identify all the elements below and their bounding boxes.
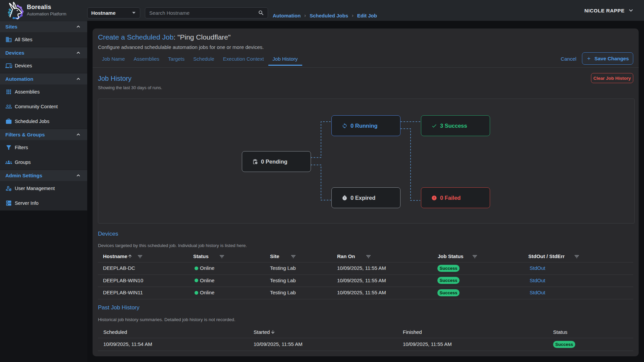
filter-icon-button[interactable] [472, 254, 478, 261]
stdout-link[interactable]: StdOut [530, 275, 545, 287]
search-box [145, 7, 268, 18]
sidebar-section-admin-settings[interactable]: Admin Settings [0, 170, 87, 181]
sidebar-item-community-content[interactable]: Community Content [0, 99, 87, 114]
sidebar-item-server-info[interactable]: Server Info [0, 196, 87, 210]
device-site: Testing Lab [270, 287, 296, 299]
device-hostname: DEEPLAB-DC [103, 262, 135, 275]
sidebar-section-automation[interactable]: Automation [0, 73, 87, 84]
brand: Borealis Automation Platform [27, 4, 66, 16]
table-divider [98, 299, 633, 299]
past-finished: 10/09/2025, 11:55 AM [403, 338, 452, 351]
filter-icon-button[interactable] [137, 254, 143, 261]
tab-execution-context[interactable]: Execution Context [219, 53, 268, 66]
sidebar-item-groups[interactable]: Groups [0, 155, 87, 170]
sidebar-item-assemblies[interactable]: Assemblies [0, 84, 87, 99]
search-icon[interactable] [258, 10, 264, 16]
flow-node-label: 0 Running [351, 123, 378, 129]
breadcrumb-item-edit-job[interactable]: Edit Job [357, 13, 377, 18]
filter-icon-button[interactable] [366, 254, 371, 261]
sidebar-item-all-sites[interactable]: All Sites [0, 32, 87, 47]
sidebar-item-user-management[interactable]: User Management [0, 181, 87, 196]
tab-job-name[interactable]: Job Name [98, 53, 129, 66]
sidebar-item-scheduled-jobs[interactable]: Scheduled Jobs [0, 114, 87, 129]
devices-column-status[interactable]: Status [193, 251, 209, 262]
filter-icon-button[interactable] [219, 254, 225, 261]
device-site: Testing Lab [270, 275, 296, 287]
devices-column-hostname[interactable]: Hostname [103, 251, 127, 262]
select-caret-icon [132, 12, 136, 14]
cancel-button[interactable]: Cancel [557, 55, 580, 62]
tab-targets[interactable]: Targets [164, 53, 189, 66]
sidebar-item-label: Assemblies [15, 89, 40, 95]
search-input[interactable] [145, 10, 258, 16]
sidebar-item-devices[interactable]: Devices [0, 58, 87, 73]
job-status-badge: Success [437, 265, 460, 272]
filter-icon [290, 254, 296, 259]
past-column-scheduled[interactable]: Scheduled [103, 326, 127, 338]
past-column-status[interactable]: Status [553, 326, 568, 338]
stdout-link[interactable]: StdOut [530, 262, 545, 275]
devices-column-site[interactable]: Site [270, 251, 279, 262]
chevron-up [75, 50, 82, 56]
flow-node-pending[interactable]: 0 Pending [242, 151, 311, 172]
devices [5, 62, 12, 69]
save-changes-button[interactable]: Save Changes [582, 52, 633, 65]
server-info-icon [5, 200, 12, 206]
devices-icon [5, 62, 12, 69]
job-history-flow-panel: 0 Pending 0 Running 3 Success 0 Expired … [98, 99, 635, 224]
account-name: NICOLE RAPPE [584, 8, 625, 13]
sidebar-section-sites[interactable]: Sites [0, 21, 87, 32]
tab-assemblies[interactable]: Assemblies [129, 53, 164, 66]
flow-node-expired[interactable]: 0 Expired [331, 187, 400, 208]
user-management-icon [5, 185, 12, 192]
sidebar-item-label: Filters [15, 145, 28, 150]
clear-job-history-button[interactable]: Clear Job History [591, 73, 633, 83]
past-status-badge: Success [553, 341, 575, 348]
past-job-history-title: Past Job History [98, 304, 140, 311]
groups-icon [5, 159, 12, 166]
filter-icon-button[interactable] [574, 254, 580, 261]
sidebar-item-filters[interactable]: Filters [0, 140, 87, 155]
flow-node-label: 0 Expired [351, 195, 375, 201]
tab-job-history[interactable]: Job History [268, 53, 302, 66]
brand-tagline: Automation Platform [27, 12, 66, 16]
sidebar-section-filters-groups[interactable]: Filters & Groups [0, 129, 87, 140]
device-hostname: DEEPLAB-WIN10 [103, 275, 143, 287]
sidebar-section-devices[interactable]: Devices [0, 47, 87, 58]
sidebar-section-label: Filters & Groups [5, 132, 75, 137]
tab-schedule[interactable]: Schedule [189, 53, 219, 66]
devices-column-ran-on[interactable]: Ran On [337, 251, 355, 262]
job-status-badge: Success [437, 277, 460, 284]
expired-icon [342, 195, 347, 201]
sidebar: Sites All Sites Devices Devices Automati… [0, 21, 87, 362]
devices-column-stdout-stderr[interactable]: StdOut / StdErr [528, 251, 565, 262]
breadcrumb-item-scheduled-jobs[interactable]: Scheduled Jobs [310, 13, 348, 18]
devices-column-job-status[interactable]: Job Status [438, 251, 464, 262]
flow-node-success[interactable]: 3 Success [421, 115, 490, 136]
sidebar-item-label: Community Content [15, 104, 58, 109]
sort-desc-icon[interactable] [270, 329, 275, 336]
sidebar-section-label: Devices [5, 50, 75, 56]
search-field-select[interactable]: Hostname [87, 7, 140, 18]
page-subtitle: Configure advanced schedulable automatio… [98, 44, 264, 50]
sidebar-item-label: Scheduled Jobs [15, 119, 49, 124]
account-menu[interactable]: NICOLE RAPPE [584, 0, 635, 21]
device-site: Testing Lab [270, 262, 296, 275]
filter-icon-button[interactable] [290, 254, 296, 261]
assemblies-icon [5, 88, 12, 95]
flow-edge-0 [311, 122, 331, 158]
stdout-link[interactable]: StdOut [530, 287, 545, 299]
past-column-started[interactable]: Started [254, 326, 270, 338]
flow-node-running[interactable]: 0 Running [331, 115, 400, 136]
past-column-finished[interactable]: Finished [403, 326, 422, 338]
sidebar-item-label: Groups [15, 160, 31, 165]
chevron-up [75, 172, 82, 179]
flow-node-failed[interactable]: 0 Failed [421, 187, 490, 208]
sort-asc-icon[interactable] [127, 254, 132, 260]
page-title-prefix: Create a Scheduled Job [98, 33, 173, 41]
online-status-dot [195, 279, 198, 282]
chevron-up [75, 131, 82, 138]
failed-icon [431, 195, 437, 201]
online-status-dot [195, 266, 198, 270]
breadcrumb-item-automation[interactable]: Automation [273, 13, 301, 18]
